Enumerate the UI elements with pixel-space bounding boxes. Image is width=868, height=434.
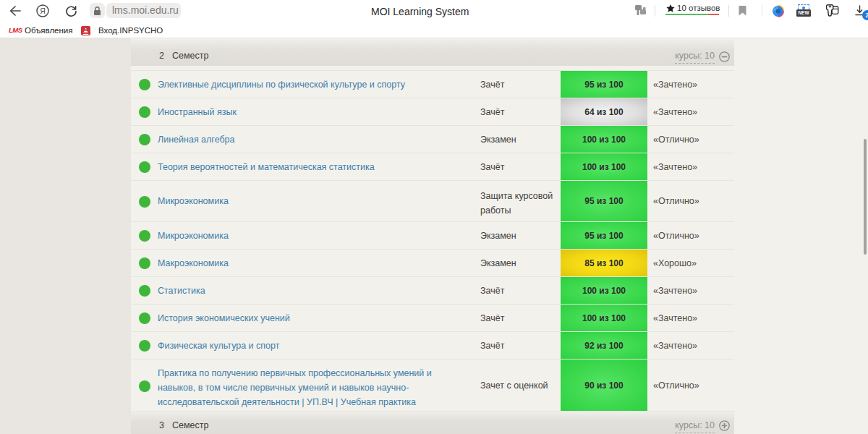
svg-text:Я: Я xyxy=(40,7,46,15)
